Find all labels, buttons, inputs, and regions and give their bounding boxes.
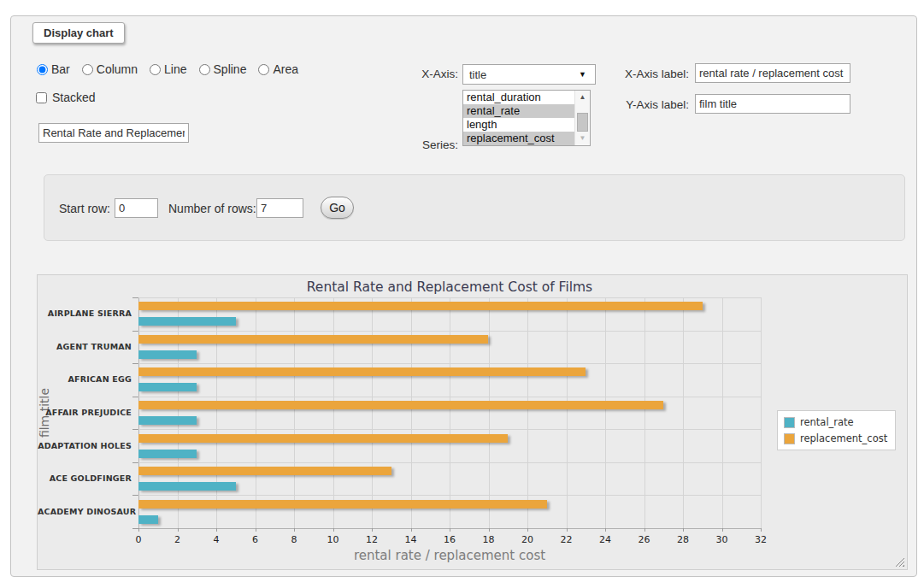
chart-type-radio-bar[interactable] (37, 64, 48, 75)
chart-type-label: Bar (51, 62, 70, 76)
legend-label: replacement_cost (800, 432, 887, 444)
chart-type-label: Line (164, 62, 186, 76)
x-tick-mark (761, 528, 762, 532)
bar-replacement_cost (138, 335, 488, 344)
category-label: AIRPLANE SIERRA (38, 309, 132, 318)
chart-type-radio-spline[interactable] (199, 64, 210, 75)
y-tick-mark (132, 429, 138, 430)
x-axis-select-label: X-Axis: (353, 68, 458, 80)
y-gridline (138, 462, 761, 463)
bar-rental_rate (138, 482, 236, 491)
legend-swatch-icon (784, 417, 795, 428)
x-tick-mark (294, 528, 295, 532)
x-tick-mark (567, 528, 568, 532)
category-label: AFRICAN EGG (38, 374, 132, 384)
y-tick-mark (132, 462, 138, 463)
x-tick-mark (411, 528, 412, 532)
y-tick-mark (132, 528, 138, 529)
x-tick-mark (722, 528, 723, 532)
bar-rental_rate (138, 416, 197, 425)
chart-type-radio-area[interactable] (258, 64, 269, 75)
x-tick-label: 16 (433, 534, 467, 545)
x-tick-label: 4 (199, 534, 233, 545)
bar-rental_rate (138, 515, 158, 524)
x-tick-label: 12 (355, 534, 389, 545)
start-row-input[interactable] (115, 198, 158, 218)
x-gridline (372, 297, 373, 528)
chart-type-label: Spline (214, 62, 247, 76)
x-gridline (761, 297, 762, 528)
y-tick-mark (132, 331, 138, 332)
series-option-length[interactable]: length (463, 118, 575, 132)
x-tick-label: 6 (238, 534, 273, 545)
x-tick-label: 26 (627, 534, 662, 545)
chart-panel: Rental Rate and Replacement Cost of Film… (37, 274, 908, 570)
x-tick-mark (683, 528, 684, 532)
chart-type-option-column[interactable]: Column (82, 62, 138, 76)
chart-title: Rental Rate and Replacement Cost of Film… (138, 279, 761, 295)
bar-replacement_cost (138, 467, 391, 475)
legend-label: rental_rate (800, 416, 854, 428)
y-gridline (138, 495, 761, 496)
x-gridline (489, 297, 490, 528)
x-gridline (216, 297, 217, 528)
chart-type-option-area[interactable]: Area (258, 62, 298, 76)
stacked-checkbox[interactable] (36, 92, 47, 103)
scrollbar-thumb[interactable] (577, 113, 588, 132)
y-gridline (138, 429, 761, 430)
chart-type-option-line[interactable]: Line (150, 62, 186, 76)
category-label: ADAPTATION HOLES (38, 441, 132, 450)
plot-area (138, 297, 761, 528)
chart-type-radio-column[interactable] (82, 64, 93, 75)
category-label: ACE GOLDFINGER (38, 473, 132, 483)
x-tick-label: 22 (550, 534, 584, 545)
y-axis-label-input[interactable] (695, 94, 850, 114)
chart-type-label: Area (273, 62, 298, 76)
x-tick-label: 18 (472, 534, 506, 545)
series-option-rental_duration[interactable]: rental_duration (463, 91, 575, 104)
category-label: AGENT TRUMAN (38, 342, 132, 351)
category-label: ACADEMY DINOSAUR (38, 507, 132, 516)
x-tick-mark (450, 528, 450, 532)
x-tick-mark (333, 528, 334, 532)
chart-type-option-spline[interactable]: Spline (199, 62, 247, 76)
chart-type-radio-line[interactable] (150, 64, 161, 75)
display-chart-fieldset: Display chart BarColumnLineSplineArea St… (10, 15, 917, 577)
x-gridline (333, 297, 334, 528)
x-gridline (527, 297, 528, 528)
x-gridline (644, 297, 645, 528)
number-of-rows-input[interactable] (256, 198, 303, 218)
legend-item-rental_rate[interactable]: rental_rate (784, 416, 887, 428)
x-tick-label: 32 (744, 534, 778, 545)
x-tick-mark (527, 528, 528, 532)
series-label: Series: (353, 138, 458, 151)
x-tick-label: 24 (588, 534, 622, 545)
chart-title-input[interactable] (38, 123, 189, 143)
stacked-option[interactable]: Stacked (36, 91, 96, 104)
x-tick-mark (605, 528, 606, 532)
legend-item-replacement_cost[interactable]: replacement_cost (784, 432, 887, 444)
bar-rental_rate (138, 450, 197, 458)
fieldset-legend: Display chart (32, 22, 125, 44)
resize-grip-icon[interactable] (895, 557, 904, 567)
chart-type-option-bar[interactable]: Bar (37, 62, 70, 76)
x-axis-label-input[interactable] (695, 63, 850, 83)
y-gridline (138, 397, 761, 397)
x-axis-label-caption: X-Axis label: (567, 68, 689, 80)
scroll-down-icon[interactable]: ▼ (575, 132, 590, 145)
bar-replacement_cost (138, 500, 547, 509)
y-axis-label-caption: Y-Axis label: (567, 98, 689, 111)
x-gridline (178, 297, 179, 528)
go-button[interactable]: Go (321, 197, 354, 219)
bar-replacement_cost (138, 401, 663, 409)
series-option-rental_rate[interactable]: rental_rate (463, 104, 575, 118)
x-tick-label: 28 (666, 534, 700, 545)
y-gridline (138, 363, 761, 364)
chart-legend: rental_ratereplacement_cost (777, 410, 896, 450)
series-options: rental_durationrental_ratelengthreplacem… (463, 91, 575, 145)
row-range-panel: Start row: Number of rows: Go (44, 174, 905, 241)
bar-rental_rate (138, 317, 236, 326)
x-axis-selected-value: title (463, 68, 579, 81)
y-tick-mark (132, 495, 138, 496)
series-option-replacement_cost[interactable]: replacement_cost (463, 132, 575, 145)
